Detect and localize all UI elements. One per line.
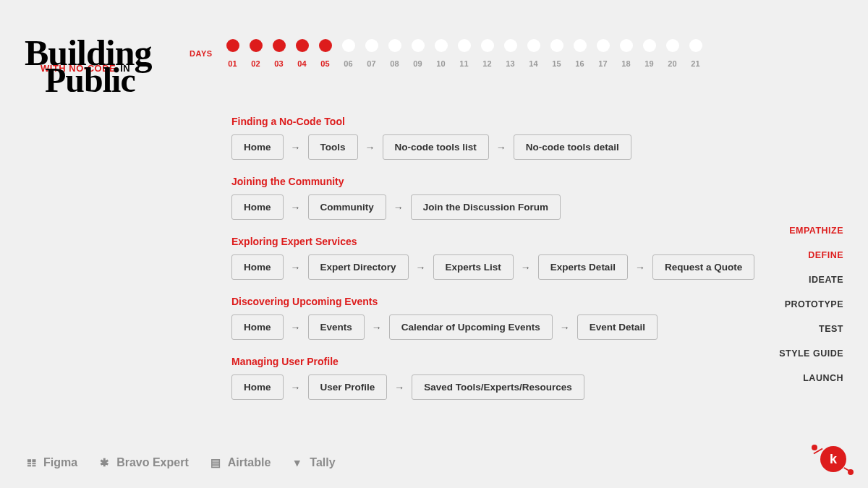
day-12: 12: [480, 39, 495, 68]
day-14: 14: [527, 39, 541, 68]
day-dot: [527, 39, 540, 52]
day-number: 06: [344, 59, 353, 68]
day-01: 01: [226, 39, 240, 68]
day-number: 01: [228, 59, 237, 68]
flow-title: Joining the Community: [231, 176, 754, 187]
arrow-icon: →: [291, 262, 301, 273]
day-dot: [319, 39, 332, 52]
day-number: 16: [575, 59, 584, 68]
flow: Exploring Expert ServicesHome→Expert Dir…: [231, 236, 754, 280]
day-number: 20: [668, 59, 677, 68]
day-dot: [458, 39, 471, 52]
day-05: 05: [318, 39, 333, 68]
day-19: 19: [642, 39, 657, 68]
day-21: 21: [689, 39, 703, 68]
flow-step: Home: [231, 254, 284, 280]
arrow-icon: →: [394, 382, 404, 393]
tool-label: Bravo Expert: [116, 456, 189, 469]
day-04: 04: [295, 39, 310, 68]
flow-step: User Profile: [308, 374, 388, 400]
flow-step: No-code tools list: [383, 134, 489, 160]
flow-step: Expert Directory: [308, 254, 409, 280]
arrow-icon: →: [365, 142, 375, 153]
tool-label: Airtable: [228, 456, 271, 469]
arrow-icon: →: [521, 262, 531, 273]
arrow-icon: →: [291, 142, 301, 153]
phase-test[interactable]: TEST: [819, 324, 843, 334]
phase-style-guide[interactable]: STYLE GUIDE: [779, 348, 843, 359]
day-number: 17: [598, 59, 608, 68]
day-dot: [226, 39, 239, 52]
flow-step: Calendar of Upcoming Events: [389, 314, 553, 340]
day-number: 05: [320, 59, 330, 68]
day-number: 14: [529, 59, 538, 68]
flow-title: Discovering Upcoming Events: [231, 296, 754, 307]
phase-empathize[interactable]: EMPATHIZE: [789, 226, 843, 236]
figma-icon: 𝌮: [25, 456, 38, 469]
user-flows: Finding a No-Code ToolHome→Tools→No-code…: [231, 116, 754, 400]
arrow-icon: →: [496, 142, 506, 153]
arrow-icon: →: [560, 322, 570, 333]
flow-step: Home: [231, 194, 284, 220]
day-number: 09: [413, 59, 422, 68]
tool-bravo-expert: ✱Bravo Expert: [98, 456, 189, 469]
flow-step: Community: [308, 194, 386, 220]
day-number: 08: [390, 59, 399, 68]
phase-define[interactable]: DEFINE: [808, 250, 843, 260]
flow-step: Home: [231, 134, 284, 160]
bravo-icon: ✱: [98, 456, 111, 469]
day-dot: [620, 39, 633, 52]
arrow-icon: →: [416, 262, 426, 273]
day-number: 03: [274, 59, 284, 68]
tool-tally: ▾Tally: [291, 456, 335, 469]
day-number: 02: [251, 59, 260, 68]
day-17: 17: [596, 39, 610, 68]
day-number: 10: [436, 59, 446, 68]
tool-label: Figma: [43, 456, 77, 469]
day-09: 09: [411, 39, 425, 68]
day-number: 21: [691, 59, 700, 68]
day-number: 13: [506, 59, 515, 68]
day-03: 03: [272, 39, 286, 68]
day-number: 19: [644, 59, 654, 68]
tool-figma: 𝌮Figma: [25, 456, 77, 469]
flow-step: Event Detail: [577, 314, 658, 340]
phase-prototype[interactable]: PROTOTYPE: [785, 299, 843, 309]
day-number: 15: [552, 59, 561, 68]
day-number: 07: [367, 59, 376, 68]
flow-title: Exploring Expert Services: [231, 236, 754, 247]
day-13: 13: [503, 39, 518, 68]
day-dot: [643, 39, 656, 52]
day-dot: [388, 39, 401, 52]
phase-launch[interactable]: LAUNCH: [803, 373, 843, 383]
flow-step: Events: [308, 314, 365, 340]
flow: Discovering Upcoming EventsHome→Events→C…: [231, 296, 754, 340]
arrow-icon: →: [635, 262, 645, 273]
flow-steps: Home→Community→Join the Discussion Forum: [231, 194, 754, 220]
day-dot: [574, 39, 587, 52]
brand-mark: k: [820, 446, 846, 472]
flow-steps: Home→Tools→No-code tools list→No-code to…: [231, 134, 754, 160]
arrow-icon: →: [291, 322, 301, 333]
phase-ideate[interactable]: IDEATE: [809, 275, 843, 285]
arrow-icon: →: [393, 202, 404, 213]
flow-step: Tools: [308, 134, 358, 160]
days-tracker: DAYS 01020304050607080910111213141516171…: [190, 39, 703, 68]
day-15: 15: [550, 39, 564, 68]
phase-nav: EMPATHIZEDEFINEIDEATEPROTOTYPETESTSTYLE …: [779, 226, 843, 383]
day-number: 04: [297, 59, 307, 68]
flow-step: Experts Detail: [538, 254, 628, 280]
footer-tools: 𝌮Figma✱Bravo Expert▤Airtable▾Tally: [25, 456, 336, 469]
flow: Finding a No-Code ToolHome→Tools→No-code…: [231, 116, 754, 160]
day-dot: [435, 39, 448, 52]
flow: Managing User ProfileHome→User Profile→S…: [231, 356, 754, 400]
day-number: 18: [621, 59, 631, 68]
day-dot: [250, 39, 263, 52]
day-10: 10: [434, 39, 448, 68]
day-11: 11: [457, 39, 472, 68]
flow: Joining the CommunityHome→Community→Join…: [231, 176, 754, 220]
day-dot: [504, 39, 517, 52]
tally-icon: ▾: [291, 456, 304, 469]
tool-label: Tally: [310, 456, 335, 469]
tool-airtable: ▤Airtable: [209, 456, 271, 469]
